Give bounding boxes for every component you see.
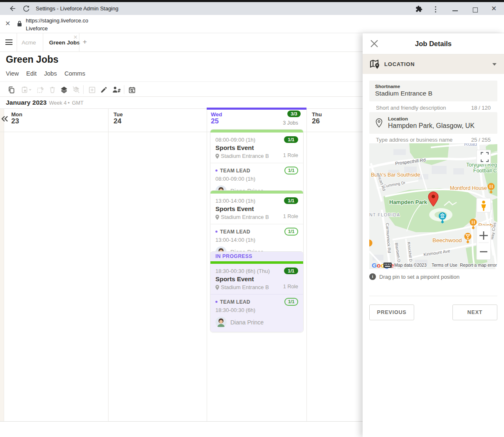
menu-comms[interactable]: Comms: [64, 70, 85, 77]
map-icon: [369, 59, 380, 69]
menu-jobs[interactable]: Jobs: [44, 70, 57, 77]
window-close-icon[interactable]: ✕: [491, 5, 497, 12]
copy-icon[interactable]: [7, 85, 16, 94]
browser-title-bar: Settings - Liveforce Admin Staging ✕: [0, 2, 504, 15]
calendar-search-icon[interactable]: [127, 85, 136, 94]
day-date-tue[interactable]: 24: [114, 117, 121, 125]
lock-icon[interactable]: [17, 20, 22, 27]
timezone-label: GMT: [72, 100, 84, 106]
back-icon[interactable]: [8, 5, 16, 12]
role-fill-badge: 1/1: [284, 228, 298, 236]
add-job-icon[interactable]: [87, 85, 96, 94]
maximize-icon[interactable]: [473, 7, 478, 12]
pegman-control[interactable]: [477, 198, 491, 212]
job-role-section: TEAM LEAD 1/1 18:30-00:30 (6h) Diana Pri…: [210, 294, 303, 332]
location-field[interactable]: Location Hampden Park, Glasgow, UK: [369, 112, 497, 134]
fullscreen-button[interactable]: [477, 150, 491, 164]
zoom-control: [477, 226, 491, 260]
browser-menu-icon[interactable]: [435, 6, 436, 12]
tab-green-jobs[interactable]: Green Jobs: [49, 39, 80, 46]
day-fill-badge: 3/3: [287, 110, 301, 117]
map-label-toryglen-2: Football C: [473, 168, 497, 174]
page-url: https://staging.liveforce.co: [26, 17, 88, 24]
section-collapse-caret-icon: [492, 63, 497, 66]
location-counter: 25 / 255: [471, 137, 491, 143]
map-label-montford: Montford House: [450, 185, 487, 191]
menu-view[interactable]: View: [6, 70, 19, 77]
role-name: TEAM LEAD: [220, 168, 250, 174]
location-section-header[interactable]: LOCATION: [363, 54, 504, 74]
jobs-toolbar: [0, 81, 363, 97]
app-window: Settings - Liveforce Admin Staging ✕ ✕ h…: [0, 0, 504, 437]
job-title: Sports Event: [215, 205, 298, 212]
paste-icon[interactable]: [19, 85, 33, 94]
day-header-wed[interactable]: Wed: [211, 111, 222, 118]
terms-of-use-link[interactable]: Terms of Use: [432, 263, 457, 268]
pinpoint-hint: i Drag pin to set a pinpoint position: [369, 273, 460, 280]
next-button[interactable]: NEXT: [452, 304, 497, 320]
day-date-wed[interactable]: 25: [211, 117, 219, 125]
tab-close-icon[interactable]: ✕: [73, 34, 78, 40]
new-tab-button[interactable]: +: [83, 38, 87, 46]
map-label-beechwood: Beechwood: [432, 237, 462, 243]
reload-icon[interactable]: [22, 5, 30, 12]
tab-acme[interactable]: Acme: [22, 39, 36, 46]
job-time: 18:30-00:30 (6h) (Thu): [215, 268, 270, 274]
role-time: 13:00-14:00 (1h): [215, 237, 298, 243]
shortname-label: Shortname: [375, 84, 492, 89]
calendar-left-gutter: [0, 109, 4, 422]
keyboard-shortcuts-icon[interactable]: [383, 263, 392, 268]
menu-edit[interactable]: Edit: [26, 70, 37, 77]
site-name: Liveforce: [26, 25, 48, 32]
job-roles-count: 1 Role: [283, 214, 298, 219]
layers-off-icon[interactable]: [72, 85, 81, 94]
location-pin-icon: [215, 215, 219, 220]
role-fill-badge: 1/1: [284, 167, 298, 174]
delete-trash-icon[interactable]: [48, 85, 57, 94]
job-status-label: IN PROGRESS: [210, 252, 303, 261]
avatar: [215, 317, 227, 328]
shortname-field[interactable]: Shortname Stadium Entrance B: [369, 81, 497, 101]
previous-button[interactable]: PREVIOUS: [369, 304, 414, 320]
role-color-dot: [215, 301, 217, 303]
collapse-days-chevron-icon[interactable]: [0, 115, 9, 122]
report-map-error-link[interactable]: Report a map error: [460, 263, 497, 268]
shortname-counter: 18 / 120: [471, 105, 491, 111]
assign-crew-icon[interactable]: [111, 85, 122, 94]
edit-selection-icon[interactable]: [36, 85, 45, 94]
separator-dot: •: [68, 100, 69, 106]
paste-caret-icon: [28, 88, 32, 92]
location-value: Hampden Park, Glasgow, UK: [388, 122, 474, 130]
job-card-in-progress[interactable]: IN PROGRESS 18:30-00:30 (6h) (Thu) 1/1 S…: [210, 251, 304, 332]
layers-icon[interactable]: [59, 85, 69, 94]
role-time: 08:00-09:00 (1h): [215, 176, 298, 182]
day-date-thu[interactable]: 26: [312, 117, 320, 125]
location-pin-icon: [215, 285, 219, 290]
job-location: Stadium Entrance B: [221, 153, 269, 159]
extensions-puzzle-icon[interactable]: [415, 5, 422, 12]
location-label: Location: [388, 116, 474, 121]
role-name: TEAM LEAD: [220, 229, 250, 235]
day-header-thu[interactable]: Thu: [312, 111, 322, 118]
day-date-mon[interactable]: 23: [11, 117, 19, 125]
minimize-icon[interactable]: [452, 10, 458, 11]
map[interactable]: Road Prospecthill Rd Buck's Bar Southsid…: [369, 143, 497, 269]
url-info-bar: ✕ https://staging.liveforce.co Liveforce: [0, 15, 504, 33]
location-pin-outline-icon: [375, 118, 383, 128]
location-pin-icon: [215, 154, 219, 159]
hamburger-menu-icon[interactable]: [5, 39, 12, 47]
job-roles-count: 1 Role: [283, 284, 298, 290]
job-location: Stadium Entrance B: [221, 284, 269, 290]
dismiss-icon[interactable]: ✕: [5, 20, 10, 27]
job-title: Sports Event: [215, 144, 298, 151]
map-label-road-partial: Road: [464, 143, 477, 147]
shortname-helper-row: Short and friendly description 18 / 120: [376, 105, 491, 111]
day-header-tue[interactable]: Tue: [114, 111, 123, 118]
job-fill-badge: 1/1: [284, 136, 298, 143]
map-label-nt-florida: NT FLORIDA: [369, 212, 400, 217]
day-header-mon[interactable]: Mon: [11, 111, 22, 118]
location-helper: Type address or business name: [376, 137, 452, 143]
edit-pencil-icon[interactable]: [99, 85, 109, 94]
panel-header: Job Details: [363, 33, 504, 54]
role-name: TEAM LEAD: [220, 299, 250, 305]
